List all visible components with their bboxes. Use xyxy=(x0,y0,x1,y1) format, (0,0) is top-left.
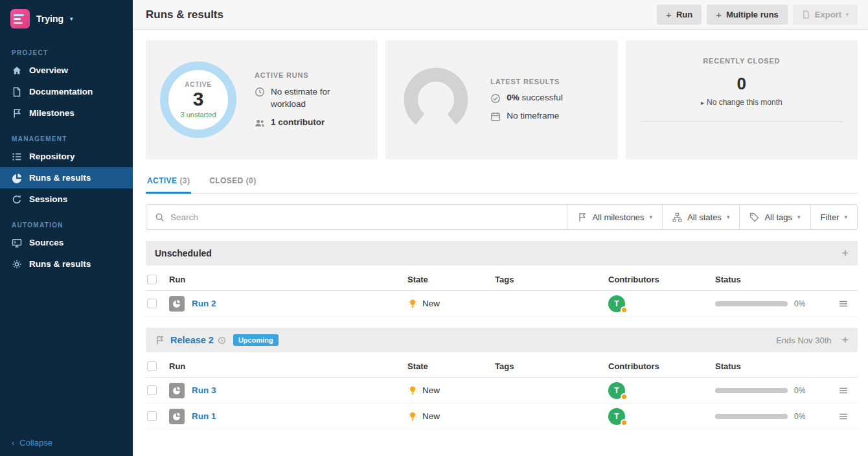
dropdown-label: All tags xyxy=(764,212,792,222)
progress-percent: 0% xyxy=(794,299,805,308)
document-icon xyxy=(12,87,22,97)
donut-label: ACTIVE xyxy=(185,81,211,88)
add-run-button[interactable]: + Run xyxy=(657,5,702,25)
run-cell: Run 2 xyxy=(169,296,407,312)
sidebar-item-sources[interactable]: Sources xyxy=(0,232,133,253)
run-cell: Run 1 xyxy=(169,409,407,424)
run-link[interactable]: Run 1 xyxy=(192,411,216,421)
collapse-label: Collapse xyxy=(19,438,52,448)
contributors-cell: T xyxy=(608,408,715,425)
sidebar-item-automation-runs[interactable]: Runs & results xyxy=(0,253,133,275)
page-title: Runs & results xyxy=(146,8,223,21)
dropdown-label: All states xyxy=(687,212,722,222)
status-cell: 0% xyxy=(715,299,838,308)
avatar-initial: T xyxy=(614,386,619,395)
plus-icon: + xyxy=(666,10,672,19)
group-title: Unscheduled xyxy=(155,248,212,258)
tags-filter-dropdown[interactable]: All tags ▾ xyxy=(739,205,810,229)
people-icon xyxy=(255,118,265,128)
topbar-actions: + Run + Multiple runs Export ▾ xyxy=(657,5,858,25)
recently-closed-value: 0 xyxy=(640,74,843,94)
states-filter-dropdown[interactable]: All states ▾ xyxy=(662,205,739,229)
milestone-link[interactable]: Release 2 xyxy=(170,335,214,345)
avatar[interactable]: T xyxy=(608,295,625,312)
tab-count: (0) xyxy=(246,176,257,185)
sidebar-item-sessions[interactable]: Sessions xyxy=(0,188,133,210)
row-menu-icon[interactable] xyxy=(838,385,849,396)
contributors-cell: T xyxy=(608,382,715,399)
state-label: New xyxy=(422,411,440,421)
sidebar-item-label: Documentation xyxy=(29,87,93,97)
main: Runs & results + Run + Multiple runs Exp… xyxy=(133,0,868,456)
estimate-item: No estimate for workload xyxy=(255,86,354,109)
sidebar-item-label: Sources xyxy=(29,238,63,247)
card-title: LATEST RESULTS xyxy=(490,78,562,86)
add-run-label: Run xyxy=(676,10,692,19)
sidebar-item-documentation[interactable]: Documentation xyxy=(0,81,133,102)
flag-icon xyxy=(12,108,22,119)
sidebar-item-milestones[interactable]: Milestones xyxy=(0,102,133,124)
select-all-checkbox[interactable] xyxy=(147,275,157,284)
row-menu-icon[interactable] xyxy=(838,411,849,422)
collapse-button[interactable]: ‹ Collapse xyxy=(12,438,52,448)
state-cell: New xyxy=(407,385,495,396)
sidebar-item-overview[interactable]: Overview xyxy=(0,60,133,81)
row-checkbox[interactable] xyxy=(147,299,157,308)
refresh-icon xyxy=(12,194,22,205)
add-run-to-group-icon[interactable]: + xyxy=(841,247,849,259)
successful-item: 0% successful xyxy=(490,93,562,104)
sidebar-section-automation: AUTOMATION xyxy=(12,222,133,229)
run-link[interactable]: Run 2 xyxy=(192,299,216,308)
group-header-release-2: Release 2 Upcoming Ends Nov 30th + xyxy=(146,328,858,352)
content: ACTIVE 3 3 unstarted ACTIVE RUNS No esti… xyxy=(133,30,868,429)
latest-results-card: LATEST RESULTS 0% successful No timefram… xyxy=(385,40,617,159)
successful-label: successful xyxy=(522,93,563,102)
plus-icon: + xyxy=(716,10,722,19)
avatar[interactable]: T xyxy=(608,382,625,399)
state-label: New xyxy=(422,299,440,308)
flag-icon xyxy=(577,212,587,222)
sidebar-item-runs-results[interactable]: Runs & results xyxy=(0,167,133,188)
contributors-cell: T xyxy=(608,295,715,312)
chevron-down-icon: ▾ xyxy=(797,214,801,220)
add-run-to-group-icon[interactable]: + xyxy=(841,334,849,346)
table-row: Run 1 New T 0% xyxy=(146,404,858,429)
card-title: ACTIVE RUNS xyxy=(255,71,354,79)
search-box xyxy=(146,205,567,229)
milestones-filter-dropdown[interactable]: All milestones ▾ xyxy=(567,205,662,229)
successful-value: 0% xyxy=(507,93,520,102)
column-contributors: Contributors xyxy=(608,275,715,284)
search-input[interactable] xyxy=(170,212,558,222)
tab-closed[interactable]: CLOSED (0) xyxy=(208,168,257,194)
sidebar-item-label: Repository xyxy=(29,152,75,161)
chevron-down-icon: ▾ xyxy=(727,214,730,220)
sidebar-item-label: Sessions xyxy=(29,194,67,204)
column-contributors: Contributors xyxy=(608,361,715,371)
filter-dropdown[interactable]: Filter ▾ xyxy=(810,205,857,229)
card-divider xyxy=(640,121,843,122)
column-state: State xyxy=(407,361,495,371)
run-link[interactable]: Run 3 xyxy=(192,385,216,395)
tab-active[interactable]: ACTIVE (3) xyxy=(146,168,191,194)
tag-icon xyxy=(749,212,759,222)
project-switcher[interactable]: Trying ▾ xyxy=(0,0,133,38)
sidebar-item-repository[interactable]: Repository xyxy=(0,146,133,167)
lightbulb-icon xyxy=(407,299,418,309)
select-all-checkbox[interactable] xyxy=(147,361,157,371)
row-checkbox[interactable] xyxy=(147,411,157,421)
donut-sub: 3 unstarted xyxy=(180,111,216,119)
state-label: New xyxy=(422,385,440,395)
donut-value: 3 xyxy=(193,88,204,111)
topbar: Runs & results + Run + Multiple runs Exp… xyxy=(133,0,868,30)
row-checkbox[interactable] xyxy=(147,385,157,395)
avatar[interactable]: T xyxy=(608,408,625,425)
tab-label: CLOSED xyxy=(209,176,243,185)
row-menu-icon[interactable] xyxy=(838,299,849,309)
export-button[interactable]: Export ▾ xyxy=(793,5,858,25)
add-multiple-runs-button[interactable]: + Multiple runs xyxy=(707,5,788,25)
sidebar-item-label: Runs & results xyxy=(29,259,91,269)
export-file-icon xyxy=(802,10,810,19)
chevron-down-icon: ▾ xyxy=(844,214,847,220)
dropdown-label: All milestones xyxy=(592,212,644,222)
avatar-status-badge xyxy=(621,306,628,314)
